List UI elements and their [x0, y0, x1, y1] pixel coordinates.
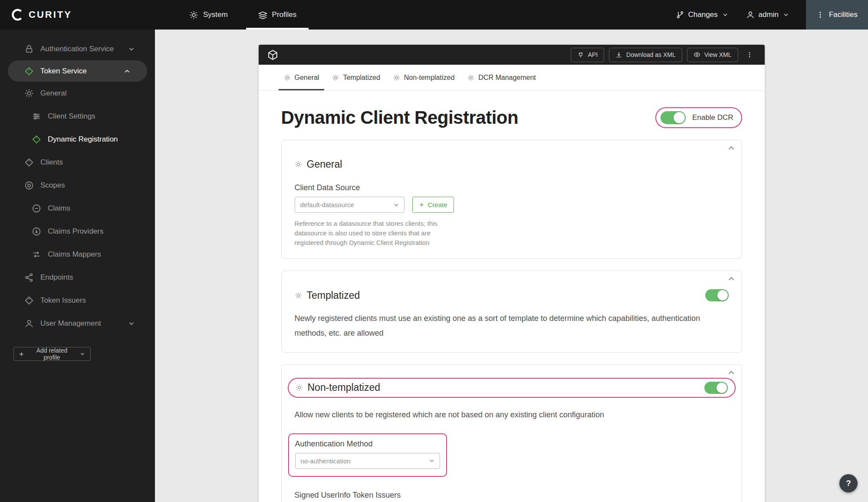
sidebar-item-user-management[interactable]: User Management [0, 312, 155, 335]
non-templatized-description: Allow new clients to be registered which… [295, 407, 729, 422]
sidebar-item-label: Claims Mappers [48, 250, 101, 259]
client-data-source-helper: Reference to a datasource that stores cl… [295, 219, 450, 247]
section-general-header: General [295, 159, 729, 170]
topbar-right: Changes admin Facilities [667, 0, 868, 30]
tab-non-templatized-label: Non-templatized [404, 74, 455, 82]
sidebar-item-dynamic-registration[interactable]: Dynamic Registration [0, 128, 155, 151]
changes-menu[interactable]: Changes [667, 0, 737, 30]
sidebar-item-label: Claims [48, 204, 70, 213]
section-general: General Client Data Source default-datas… [281, 140, 742, 259]
layers-icon [258, 10, 267, 20]
curity-logo-icon [11, 8, 24, 21]
non-templatized-header-highlighted: Non-templatized [288, 378, 736, 398]
signed-userinfo-token-issuers-label: Signed UserInfo Token Issuers [295, 491, 729, 500]
gear-icon [332, 74, 339, 81]
card-tabs: General Templatized Non-templatized DCR … [259, 65, 765, 91]
collapse-chevron-icon[interactable] [727, 368, 736, 377]
eye-icon [694, 51, 700, 58]
user-menu[interactable]: admin [737, 0, 798, 30]
tab-system[interactable]: System [187, 0, 230, 30]
authentication-method-select[interactable]: no-authentication [295, 453, 440, 469]
package-icon [267, 50, 278, 60]
templatized-toggle[interactable] [705, 289, 729, 301]
enable-dcr-group: Enable DCR [655, 107, 742, 128]
sidebar-item-label: Authentication Service [40, 45, 114, 53]
section-templatized-header: Templatized [295, 289, 729, 301]
user-icon [24, 319, 34, 328]
create-datasource-button[interactable]: Create [412, 197, 454, 213]
branch-icon [676, 10, 684, 19]
api-button-label: API [588, 51, 598, 58]
section-title: Templatized [307, 290, 360, 301]
sidebar-item-endpoints[interactable]: Endpoints [0, 266, 155, 289]
user-label: admin [759, 10, 779, 19]
sidebar-item-token-service[interactable]: Token Service [8, 60, 147, 82]
plug-icon [577, 51, 584, 58]
section-title: Non-templatized [308, 382, 380, 393]
enable-dcr-label: Enable DCR [692, 113, 733, 122]
collapse-chevron-icon[interactable] [727, 143, 736, 153]
sidebar-item-label: Token Service [40, 67, 87, 76]
gear-icon [284, 74, 291, 81]
share-nodes-icon [24, 273, 34, 282]
authentication-method-value: no-authentication [301, 457, 351, 465]
sidebar-item-label: Claims Providers [48, 227, 103, 236]
changes-label: Changes [688, 10, 718, 19]
lock-icon [24, 44, 34, 54]
non-templatized-toggle[interactable] [704, 382, 728, 394]
tab-general[interactable]: General [283, 65, 320, 90]
help-button[interactable]: ? [839, 474, 858, 492]
chevron-up-icon [123, 67, 131, 75]
sidebar-item-clients[interactable]: Clients [0, 151, 155, 174]
card-body: Dynamic Client Registration Enable DCR G… [259, 107, 765, 502]
authentication-method-group-highlighted: Authentication Method no-authentication [288, 433, 447, 477]
swap-icon [32, 250, 41, 259]
sidebar-item-token-issuers[interactable]: Token Issuers [0, 289, 155, 312]
more-options-button[interactable] [743, 48, 756, 62]
tab-dcr-management-label: DCR Management [478, 74, 536, 82]
gear-icon [393, 74, 400, 81]
sidebar-item-label: Clients [40, 158, 63, 167]
templatized-description: Newly registered clients must use an exi… [295, 311, 729, 340]
client-data-source-value: default-datasource [300, 201, 354, 208]
enable-dcr-toggle[interactable] [661, 111, 686, 124]
sidebar-item-general[interactable]: General [0, 82, 155, 105]
chevron-down-icon [393, 201, 400, 208]
card-header: API Download as XML View XML [259, 45, 765, 65]
tab-profiles[interactable]: Profiles [256, 0, 299, 30]
curity-logo[interactable]: CURITY [0, 0, 83, 30]
sidebar-item-scopes[interactable]: Scopes [0, 174, 155, 197]
view-xml-button[interactable]: View XML [687, 48, 738, 62]
tab-templatized[interactable]: Templatized [331, 65, 381, 90]
client-data-source-select[interactable]: default-datasource [295, 197, 404, 213]
section-templatized: Templatized Newly registered clients mus… [281, 271, 742, 352]
facilities-button[interactable]: Facilities [806, 0, 868, 30]
gear-icon [467, 74, 474, 81]
page-title: Dynamic Client Registration [281, 107, 519, 128]
sidebar-item-authentication-service[interactable]: Authentication Service [0, 37, 155, 60]
gear-icon [24, 89, 34, 98]
brand-text: CURITY [29, 9, 72, 20]
add-related-profile-button[interactable]: Add related profile [13, 347, 91, 361]
sidebar-item-claims[interactable]: Claims [0, 197, 155, 220]
gear-icon [296, 384, 303, 391]
download-xml-button[interactable]: Download as XML [609, 48, 682, 62]
topbar-nav: System Profiles [187, 0, 324, 30]
tab-dcr-management[interactable]: DCR Management [467, 65, 537, 90]
authentication-method-label: Authentication Method [295, 439, 440, 449]
api-button[interactable]: API [571, 48, 605, 62]
tab-non-templatized[interactable]: Non-templatized [392, 65, 456, 90]
sidebar-item-client-settings[interactable]: Client Settings [0, 105, 155, 128]
kebab-vertical-icon [816, 11, 824, 19]
tag-icon [24, 158, 34, 167]
card-header-actions: API Download as XML View XML [571, 48, 756, 62]
chevron-down-icon [722, 11, 729, 18]
token-tag-icon [24, 66, 34, 76]
sidebar-item-claims-providers[interactable]: Claims Providers [0, 220, 155, 243]
sidebar-item-label: Client Settings [48, 112, 95, 121]
collapse-chevron-icon[interactable] [727, 274, 736, 284]
sidebar-item-claims-mappers[interactable]: Claims Mappers [0, 243, 155, 266]
gear-icon [295, 161, 302, 168]
sidebar-item-label: Dynamic Registration [48, 135, 118, 144]
plus-icon [19, 351, 24, 357]
